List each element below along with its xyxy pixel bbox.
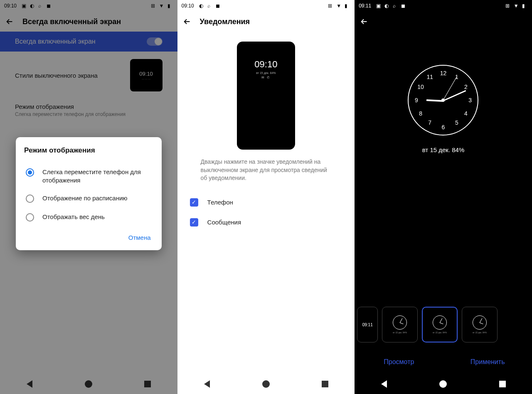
mode-sub: Слегка переместите телефон для отображен… <box>15 111 163 117</box>
styles-row[interactable]: Стили выключенного экрана 09:10 — — — <box>0 52 177 99</box>
clock-num: 8 <box>419 110 422 117</box>
status-time: 09:11 <box>359 3 371 9</box>
nav-back[interactable] <box>25 380 34 388</box>
android-icon: ⊞ <box>328 3 334 9</box>
wifi-icon: ▼ <box>336 3 342 9</box>
app-bar: Всегда включенный экран <box>0 12 177 32</box>
search-icon: ⌕ <box>393 3 399 9</box>
thumb-sub: — — — <box>142 78 150 80</box>
dialog-title: Режим отображения <box>24 146 153 155</box>
page-title: Уведомления <box>200 17 250 26</box>
radio-icon[interactable] <box>26 213 34 222</box>
status-icon: ◐ <box>30 3 36 9</box>
checkbox-phone[interactable]: ✓ Телефон <box>177 192 355 212</box>
toggle-label: Всегда включенный экран <box>15 38 147 45</box>
clock-num: 3 <box>468 97 472 103</box>
back-icon[interactable] <box>182 17 192 26</box>
battery-icon: ▮ <box>167 3 173 9</box>
nav-home[interactable] <box>84 380 93 388</box>
nav-bar <box>355 374 532 394</box>
back-icon[interactable] <box>360 17 369 26</box>
checkbox-label: Телефон <box>207 199 233 206</box>
style-thumb-analog-2[interactable]: вт 15 дек. 84% <box>422 307 458 342</box>
thumb-time: 09:10 <box>139 71 153 77</box>
nav-home[interactable] <box>262 380 270 388</box>
style-selector-row[interactable]: 09:11 вт 15 дек. 84% вт 15 дек. 84% вт 1… <box>355 301 532 348</box>
android-icon: ⊞ <box>151 3 157 9</box>
radio-icon[interactable] <box>26 195 34 203</box>
screen-notifications: 09:10 ◐ ⌕ ◼ ⊞ ▼ ▮ Уведомления 09:10 вт 1… <box>177 0 355 394</box>
clock-num: 11 <box>426 74 433 80</box>
checkbox-messages[interactable]: ✓ Сообщения <box>177 212 355 232</box>
apply-button[interactable]: Применить <box>443 353 532 371</box>
status-time: 09:10 <box>4 3 17 9</box>
clock-icon <box>473 315 487 330</box>
preview-time: 09:10 <box>254 59 277 70</box>
mode-title: Режим отображения <box>15 103 163 110</box>
option-all-day[interactable]: Отображать вес день <box>24 208 153 227</box>
status-time: 09:10 <box>182 3 194 9</box>
option-label: Отображение по расписанию <box>42 194 128 202</box>
status-icon: ◐ <box>199 3 205 9</box>
cancel-button[interactable]: Отмена <box>126 231 153 244</box>
clock-num: 5 <box>455 119 458 126</box>
app-bar <box>355 12 532 32</box>
toggle-switch[interactable] <box>147 37 163 46</box>
clock-num: 2 <box>464 84 468 90</box>
nav-recent[interactable] <box>321 380 329 388</box>
checkbox-icon[interactable]: ✓ <box>190 218 198 227</box>
clock-icon <box>433 315 447 330</box>
app-bar: Уведомления <box>177 12 355 32</box>
checkbox-label: Сообщения <box>207 219 241 226</box>
clock-icon <box>393 315 407 330</box>
battery-icon: ▮ <box>345 3 350 9</box>
search-icon: ⌕ <box>207 3 213 9</box>
style-thumb-digital[interactable]: 09:11 <box>357 307 378 342</box>
clock-num: 7 <box>428 119 431 126</box>
status-icon: ◼ <box>401 3 407 9</box>
clock-num: 12 <box>440 70 447 76</box>
thumb-caption: вт 15 дек. 84% <box>473 331 487 334</box>
clock-num: 4 <box>464 110 468 117</box>
status-icons-left: ▣ ◐ ⌕ ◼ <box>22 3 52 9</box>
battery-icon: ▮ <box>522 3 528 9</box>
nav-bar <box>0 374 177 394</box>
status-bar: 09:10 ◐ ⌕ ◼ ⊞ ▼ ▮ <box>177 0 355 12</box>
preview-notif-icons: ✉ ✆ <box>261 76 271 79</box>
preview-button[interactable]: Просмотр <box>355 353 443 371</box>
status-icon: ▣ <box>376 3 382 9</box>
status-icon: ◐ <box>384 3 390 9</box>
nav-recent[interactable] <box>143 380 152 388</box>
nav-back[interactable] <box>380 380 388 388</box>
analog-clock: 12 3 6 9 1 2 4 5 7 8 10 11 <box>408 65 478 135</box>
checkbox-icon[interactable]: ✓ <box>190 198 198 207</box>
preview-date: вт 15 дек. 84% <box>256 71 276 74</box>
nav-recent[interactable] <box>498 380 507 388</box>
option-move-phone[interactable]: Слегка переместите телефон для отображен… <box>24 163 153 189</box>
style-thumb-analog-3[interactable]: вт 15 дек. 84% <box>462 307 498 342</box>
thumb-caption: вт 15 дек. 84% <box>433 331 447 334</box>
status-icons-left: ◐ ⌕ ◼ <box>199 3 222 9</box>
thumb-caption: вт 15 дек. 84% <box>393 331 407 334</box>
date-text: вт 15 дек. 84% <box>422 146 465 153</box>
android-icon: ⊞ <box>505 3 511 9</box>
option-schedule[interactable]: Отображение по расписанию <box>24 189 153 208</box>
screen-style-picker: 09:11 ▣ ◐ ⌕ ◼ ⊞ ▼ ▮ 12 3 6 9 1 2 4 5 7 8 <box>355 0 532 394</box>
nav-back[interactable] <box>203 380 211 388</box>
clock-preview-area: 12 3 6 9 1 2 4 5 7 8 10 11 вт 15 дек. 84… <box>355 32 532 301</box>
radio-icon[interactable] <box>26 168 34 177</box>
clock-num: 9 <box>415 97 418 103</box>
phone-preview: 09:10 вт 15 дек. 84% ✉ ✆ <box>237 42 295 150</box>
wifi-icon: ▼ <box>514 3 520 9</box>
clock-center <box>441 98 445 102</box>
action-row: Просмотр Применить <box>355 348 532 374</box>
display-mode-row[interactable]: Режим отображения Слегка переместите тел… <box>0 99 177 119</box>
nav-home[interactable] <box>439 380 447 388</box>
style-thumb-analog-1[interactable]: вт 15 дек. 84% <box>382 307 418 342</box>
back-icon[interactable] <box>5 17 14 26</box>
wifi-icon: ▼ <box>159 3 165 9</box>
screen-aod-settings: 09:10 ▣ ◐ ⌕ ◼ ⊞ ▼ ▮ Всегда включенный эк… <box>0 0 177 394</box>
aod-toggle-row[interactable]: Всегда включенный экран <box>0 32 177 52</box>
status-icon: ◼ <box>216 3 222 9</box>
status-icons-right: ⊞ ▼ ▮ <box>328 3 350 9</box>
